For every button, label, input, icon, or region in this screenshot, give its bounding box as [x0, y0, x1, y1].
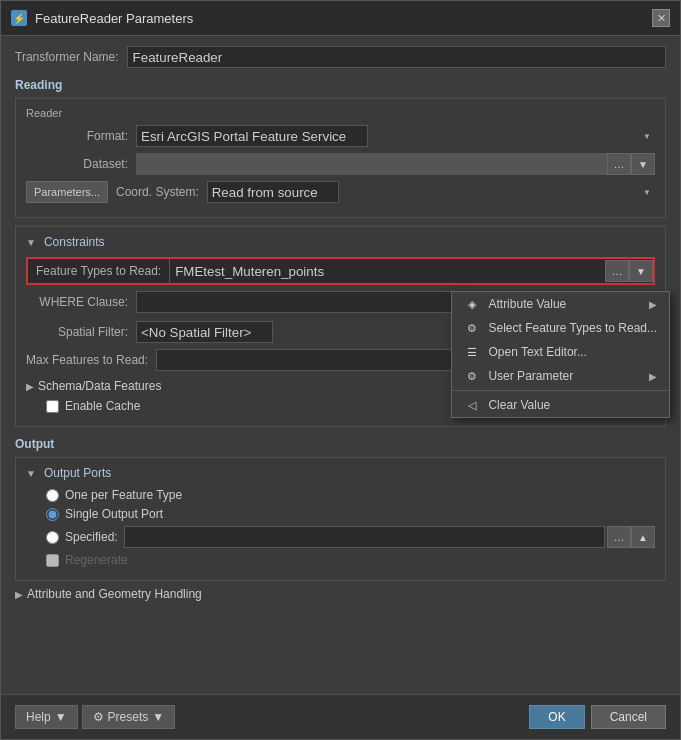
spatial-filter-dropdown[interactable]: <No Spatial Filter> [136, 321, 273, 343]
dataset-dropdown-button[interactable]: ▼ [631, 153, 655, 175]
feature-types-input[interactable] [169, 259, 605, 283]
footer: Help ▼ ⚙ Presets ▼ OK Cancel [1, 694, 680, 739]
help-label: Help [26, 710, 51, 724]
schema-data-label: Schema/Data Features [38, 379, 161, 393]
footer-left: Help ▼ ⚙ Presets ▼ [15, 705, 175, 729]
format-dropdown[interactable]: Esri ArcGIS Portal Feature Service [136, 125, 368, 147]
clear-value-icon: ◁ [464, 398, 480, 412]
output-section-header: Output [15, 437, 666, 451]
attribute-value-label: Attribute Value [488, 297, 566, 311]
parameters-button[interactable]: Parameters... [26, 181, 108, 203]
attribute-value-icon: ◈ [464, 297, 480, 311]
format-label: Format: [26, 129, 136, 143]
open-text-editor-label: Open Text Editor... [488, 345, 587, 359]
attribute-value-arrow: ▶ [649, 299, 657, 310]
user-parameter-label: User Parameter [488, 369, 573, 383]
presets-icon: ⚙ [93, 710, 104, 724]
close-button[interactable]: ✕ [652, 9, 670, 27]
presets-button[interactable]: ⚙ Presets ▼ [82, 705, 176, 729]
output-section: Output ▼ Output Ports One per Feature Ty… [15, 437, 666, 601]
feature-types-dropdown-button[interactable]: ▼ [629, 260, 653, 282]
regenerate-label: Regenerate [65, 553, 128, 567]
coord-system-label: Coord. System: [108, 185, 207, 199]
presets-label: Presets [108, 710, 149, 724]
dataset-input[interactable] [136, 153, 607, 175]
schema-data-collapse-icon: ▶ [26, 381, 34, 392]
single-output-radio[interactable] [46, 508, 59, 521]
clear-value-label: Clear Value [488, 398, 550, 412]
single-output-row: Single Output Port [26, 507, 655, 521]
constraints-collapse-icon: ▼ [26, 237, 36, 248]
output-ports-box: ▼ Output Ports One per Feature Type Sing… [15, 457, 666, 581]
coord-system-dropdown[interactable]: Read from source [207, 181, 339, 203]
select-feature-types-icon: ⚙ [464, 321, 480, 335]
footer-right: OK Cancel [529, 705, 666, 729]
one-per-feature-row: One per Feature Type [26, 488, 655, 502]
reader-section: Reader Format: Esri ArcGIS Portal Featur… [15, 98, 666, 218]
one-per-feature-radio[interactable] [46, 489, 59, 502]
help-dropdown-arrow: ▼ [55, 710, 67, 724]
user-parameter-arrow: ▶ [649, 371, 657, 382]
user-parameter-icon: ⚙ [464, 369, 480, 383]
enable-cache-checkbox[interactable] [46, 400, 59, 413]
attr-geometry-label: Attribute and Geometry Handling [27, 587, 202, 601]
presets-dropdown-arrow: ▼ [152, 710, 164, 724]
feature-types-browse-button[interactable]: … [605, 260, 629, 282]
regenerate-checkbox[interactable] [46, 554, 59, 567]
where-clause-label: WHERE Clause: [26, 295, 136, 309]
dataset-row: Dataset: … ▼ [26, 153, 655, 175]
transformer-name-input[interactable] [127, 46, 666, 68]
feature-types-row: Feature Types to Read: … ▼ [26, 257, 655, 285]
constraints-title: ▼ Constraints [26, 235, 655, 249]
dataset-browse-button[interactable]: … [607, 153, 631, 175]
spatial-filter-label: Spatial Filter: [26, 325, 136, 339]
reading-section-header: Reading [15, 78, 666, 92]
specified-browse-button[interactable]: … [607, 526, 631, 548]
context-menu: ◈ Attribute Value ▶ ⚙ Select Feature Typ… [451, 291, 670, 418]
enable-cache-label: Enable Cache [65, 399, 140, 413]
format-row: Format: Esri ArcGIS Portal Feature Servi… [26, 125, 655, 147]
cancel-button[interactable]: Cancel [591, 705, 666, 729]
single-output-label: Single Output Port [65, 507, 163, 521]
params-coord-row: Parameters... Coord. System: Read from s… [26, 181, 655, 203]
app-icon: ⚡ [11, 10, 27, 26]
dataset-label: Dataset: [26, 157, 136, 171]
ok-button[interactable]: OK [529, 705, 584, 729]
help-button[interactable]: Help ▼ [15, 705, 78, 729]
open-text-editor-icon: ☰ [464, 345, 480, 359]
context-menu-user-parameter[interactable]: ⚙ User Parameter ▶ [452, 364, 669, 388]
output-ports-collapse-icon: ▼ [26, 468, 36, 479]
output-ports-title: ▼ Output Ports [26, 466, 655, 480]
attr-geometry-row[interactable]: ▶ Attribute and Geometry Handling [15, 587, 666, 601]
title-bar: ⚡ FeatureReader Parameters ✕ [1, 1, 680, 36]
context-menu-open-text-editor[interactable]: ☰ Open Text Editor... [452, 340, 669, 364]
title-bar-left: ⚡ FeatureReader Parameters [11, 10, 193, 26]
transformer-name-row: Transformer Name: [15, 46, 666, 68]
output-ports-label: Output Ports [44, 466, 111, 480]
specified-radio[interactable] [46, 531, 59, 544]
context-menu-select-feature-types[interactable]: ⚙ Select Feature Types to Read... [452, 316, 669, 340]
coord-system-dropdown-wrapper: Read from source [207, 181, 655, 203]
feature-types-label: Feature Types to Read: [28, 261, 169, 281]
context-menu-attribute-value[interactable]: ◈ Attribute Value ▶ [452, 292, 669, 316]
context-menu-clear-value[interactable]: ◁ Clear Value [452, 393, 669, 417]
format-dropdown-wrapper: Esri ArcGIS Portal Feature Service [136, 125, 655, 147]
context-menu-separator [452, 390, 669, 391]
attr-geometry-collapse-icon: ▶ [15, 589, 23, 600]
regenerate-row: Regenerate [26, 553, 655, 567]
specified-label: Specified: [65, 530, 118, 544]
select-feature-types-label: Select Feature Types to Read... [488, 321, 657, 335]
specified-input[interactable] [124, 526, 605, 548]
one-per-feature-label: One per Feature Type [65, 488, 182, 502]
dialog-title: FeatureReader Parameters [35, 11, 193, 26]
max-features-label: Max Features to Read: [26, 353, 156, 367]
specified-row: Specified: … ▲ [26, 526, 655, 548]
specified-arrow-up[interactable]: ▲ [631, 526, 655, 548]
constraints-label: Constraints [44, 235, 105, 249]
transformer-name-label: Transformer Name: [15, 50, 127, 64]
reader-label: Reader [26, 107, 655, 119]
dialog-window: ⚡ FeatureReader Parameters ✕ Transformer… [0, 0, 681, 740]
